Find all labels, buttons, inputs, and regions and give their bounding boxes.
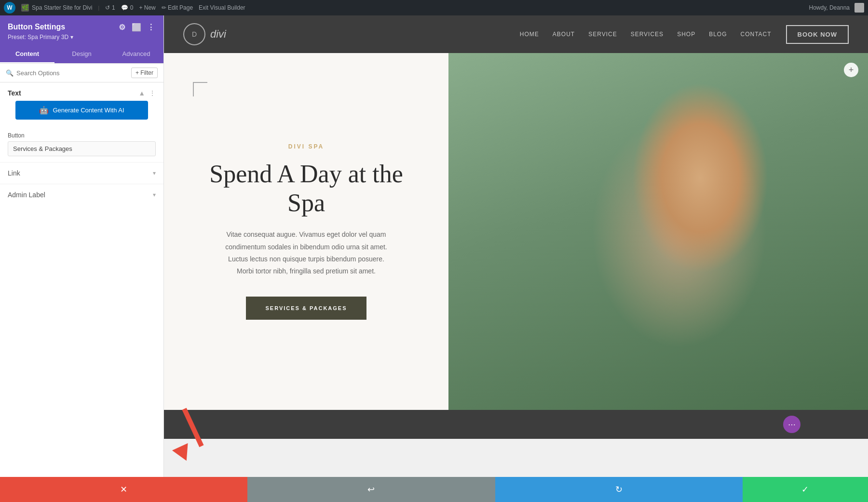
book-now-button[interactable]: BOOK NOW bbox=[786, 25, 849, 44]
footer-area: ⋯ bbox=[164, 410, 868, 439]
logo-text: divi bbox=[210, 28, 226, 41]
text-section-header: Text ▲ ⋮ bbox=[0, 82, 163, 101]
text-section-title: Text bbox=[8, 89, 21, 97]
link-section-title: Link bbox=[8, 169, 20, 177]
hero-left-panel: DIVI SPA Spend A Day at the Spa Vitae co… bbox=[164, 53, 448, 410]
ai-btn-container: 🤖 Generate Content With AI bbox=[0, 101, 163, 132]
section-more-icon[interactable]: ⋮ bbox=[149, 89, 156, 97]
nav-about[interactable]: ABOUT bbox=[553, 31, 575, 38]
admin-bar: W 🌿 Spa Starter Site for Divi | ↺ 1 💬 0 … bbox=[0, 0, 868, 15]
site-logo: D divi bbox=[183, 23, 226, 45]
main-content-area: D divi HOME ABOUT SERVICE SERVICES SHOP … bbox=[164, 15, 868, 477]
search-icon: 🔍 bbox=[6, 69, 14, 77]
collapse-icon[interactable]: ▲ bbox=[138, 89, 145, 97]
exit-builder-button[interactable]: Exit Visual Builder bbox=[199, 4, 245, 11]
panel-body: Text ▲ ⋮ 🤖 Generate Content With AI Butt… bbox=[0, 82, 163, 486]
footer-menu-button[interactable]: ⋯ bbox=[783, 416, 800, 433]
nav-service[interactable]: SERVICE bbox=[588, 31, 617, 38]
revision-counter: ↺ 1 bbox=[105, 4, 115, 11]
comment-counter: 💬 0 bbox=[121, 4, 134, 11]
site-favicon: 🌿 bbox=[21, 4, 29, 12]
nav-contact[interactable]: CONTACT bbox=[741, 31, 772, 38]
tab-advanced[interactable]: Advanced bbox=[109, 45, 163, 63]
add-section-button[interactable]: + bbox=[844, 63, 858, 77]
nav-blog[interactable]: BLOG bbox=[709, 31, 727, 38]
hero-section: DIVI SPA Spend A Day at the Spa Vitae co… bbox=[164, 53, 868, 410]
settings-icon[interactable]: ⚙ bbox=[117, 22, 127, 32]
hero-body-text: Vitae consequat augue. Vivamus eget dolo… bbox=[224, 229, 388, 277]
link-arrow-icon: ▾ bbox=[153, 170, 156, 176]
button-field-label: Button bbox=[8, 132, 156, 139]
bar-divider: | bbox=[98, 5, 99, 11]
tab-content[interactable]: Content bbox=[0, 45, 54, 63]
ai-icon: 🤖 bbox=[39, 106, 49, 115]
admin-label-title: Admin Label bbox=[8, 191, 45, 199]
panel-title-row: Button Settings ⚙ ⬜ ⋮ bbox=[8, 22, 156, 32]
panel-title-text: Button Settings bbox=[8, 23, 65, 31]
wp-icon[interactable]: W bbox=[4, 2, 15, 14]
logo-circle: D bbox=[183, 23, 205, 45]
link-collapse-header[interactable]: Link ▾ bbox=[0, 163, 163, 184]
panel-tabs: Content Design Advanced bbox=[0, 45, 163, 64]
undo-button[interactable]: ↩ bbox=[247, 477, 495, 502]
hero-image-area: + bbox=[448, 53, 868, 410]
site-navigation: D divi HOME ABOUT SERVICE SERVICES SHOP … bbox=[164, 15, 868, 53]
button-field-group: Button bbox=[0, 132, 163, 162]
admin-label-arrow-icon: ▾ bbox=[153, 191, 156, 198]
new-button[interactable]: + New bbox=[139, 4, 155, 11]
nav-home[interactable]: HOME bbox=[520, 31, 539, 38]
nav-services[interactable]: SERVICES bbox=[631, 31, 664, 38]
preset-selector[interactable]: Preset: Spa Primary 3D ▾ bbox=[8, 34, 156, 41]
hero-cta-button[interactable]: SERVICES & PACKAGES bbox=[246, 297, 366, 320]
nav-shop[interactable]: SHOP bbox=[677, 31, 695, 38]
edit-page-button[interactable]: ✏ Edit Page bbox=[162, 4, 193, 11]
hero-photo bbox=[448, 53, 868, 410]
cancel-button[interactable]: ✕ bbox=[0, 477, 247, 502]
nav-links: HOME ABOUT SERVICE SERVICES SHOP BLOG CO… bbox=[520, 31, 772, 38]
user-avatar bbox=[854, 3, 864, 13]
link-section: Link ▾ bbox=[0, 162, 163, 184]
tab-design[interactable]: Design bbox=[54, 45, 109, 63]
generate-ai-button[interactable]: 🤖 Generate Content With AI bbox=[15, 101, 148, 120]
filter-button[interactable]: + Filter bbox=[131, 68, 158, 78]
save-button[interactable]: ✓ bbox=[743, 477, 868, 502]
expand-icon[interactable]: ⬜ bbox=[132, 22, 141, 32]
hero-tag: DIVI SPA bbox=[288, 143, 324, 150]
bottom-action-bar: ✕ ↩ ↻ ✓ bbox=[0, 477, 868, 502]
section-actions: ▲ ⋮ bbox=[138, 89, 156, 97]
button-text-input[interactable] bbox=[8, 141, 156, 156]
admin-label-section: Admin Label ▾ bbox=[0, 184, 163, 205]
admin-label-collapse-header[interactable]: Admin Label ▾ bbox=[0, 184, 163, 205]
redo-button[interactable]: ↻ bbox=[495, 477, 743, 502]
panel-header: Button Settings ⚙ ⬜ ⋮ Preset: Spa Primar… bbox=[0, 15, 163, 45]
panel-title-icons: ⚙ ⬜ ⋮ bbox=[117, 22, 156, 32]
hero-title: Spend A Day at the Spa bbox=[193, 160, 420, 217]
search-bar: 🔍 + Filter bbox=[0, 64, 163, 82]
site-name: 🌿 Spa Starter Site for Divi bbox=[21, 4, 92, 12]
more-icon[interactable]: ⋮ bbox=[146, 22, 156, 32]
settings-panel: Button Settings ⚙ ⬜ ⋮ Preset: Spa Primar… bbox=[0, 15, 164, 502]
admin-bar-right: Howdy, Deanna bbox=[809, 3, 865, 13]
search-input[interactable] bbox=[16, 69, 128, 77]
hero-corner-decoration bbox=[193, 82, 207, 96]
